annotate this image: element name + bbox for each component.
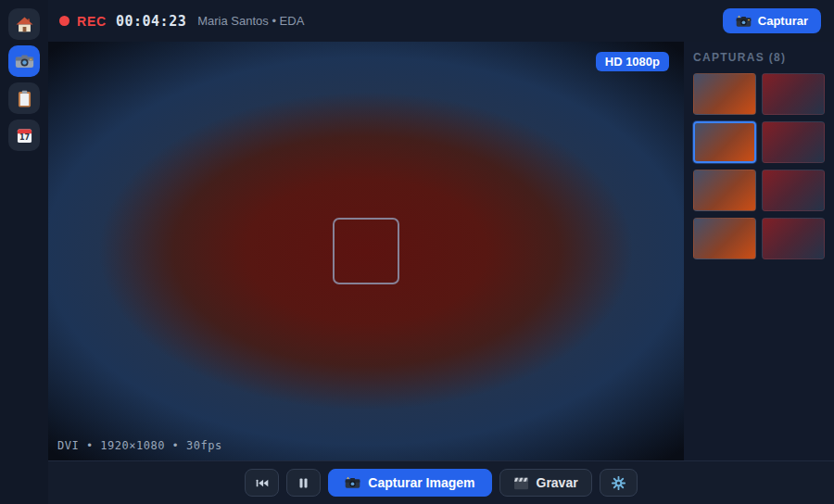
session-label: Maria Santos • EDA xyxy=(197,14,304,28)
bottom-control-bar: Capturar Imagem Gravar xyxy=(0,460,834,504)
skip-back-icon xyxy=(256,478,269,488)
capture-button[interactable]: Capturar xyxy=(723,8,821,33)
signal-status: DVI • 1920×1080 • 30fps xyxy=(57,439,222,452)
camera-flash-icon xyxy=(345,476,360,489)
clapperboard-icon xyxy=(513,476,529,490)
video-preview: HD 1080p DVI • 1920×1080 • 30fps xyxy=(48,42,684,460)
captures-panel: CAPTURAS (8) xyxy=(684,42,834,460)
capture-thumbnail-1[interactable] xyxy=(693,73,756,115)
pause-button[interactable] xyxy=(286,469,321,497)
sidebar-item-clipboard[interactable] xyxy=(8,82,40,114)
capture-thumbnail-4[interactable] xyxy=(762,121,825,163)
settings-button[interactable] xyxy=(600,469,638,497)
focus-rectangle xyxy=(333,218,399,284)
capture-thumbnail-8[interactable] xyxy=(762,218,825,259)
sidebar-item-camera[interactable] xyxy=(8,45,40,77)
gear-icon xyxy=(612,476,626,490)
camera-icon xyxy=(15,54,34,69)
record-button-label: Gravar xyxy=(537,475,578,490)
quality-badge: HD 1080p xyxy=(596,52,669,71)
home-icon xyxy=(16,17,33,32)
rec-label: REC xyxy=(77,14,107,29)
sidebar-item-calendar[interactable]: 17 xyxy=(8,120,40,151)
capture-image-label: Capturar Imagem xyxy=(368,475,474,490)
recording-timer: 00:04:23 xyxy=(116,13,186,30)
calendar-icon: 17 xyxy=(17,128,32,144)
captures-title: CAPTURAS (8) xyxy=(693,51,825,64)
captures-grid xyxy=(693,73,825,259)
capture-thumbnail-6[interactable] xyxy=(762,170,825,211)
recording-indicator-dot xyxy=(59,16,70,26)
top-bar: REC 00:04:23 Maria Santos • EDA Capturar xyxy=(0,0,834,42)
skip-to-start-button[interactable] xyxy=(245,469,279,497)
capture-button-label: Capturar xyxy=(758,14,808,28)
record-button[interactable]: Gravar xyxy=(499,469,592,497)
sidebar-item-home[interactable] xyxy=(8,8,40,40)
capture-thumbnail-7[interactable] xyxy=(693,218,756,259)
capture-thumbnail-3[interactable] xyxy=(693,121,756,163)
capture-image-button[interactable]: Capturar Imagem xyxy=(328,469,491,497)
svg-text:17: 17 xyxy=(19,133,29,142)
capture-thumbnail-5[interactable] xyxy=(693,170,756,211)
capture-thumbnail-2[interactable] xyxy=(762,73,825,115)
left-sidebar: 17 xyxy=(0,0,48,504)
clipboard-icon xyxy=(18,90,32,107)
camera-flash-icon xyxy=(736,15,752,28)
pause-icon xyxy=(299,478,308,488)
